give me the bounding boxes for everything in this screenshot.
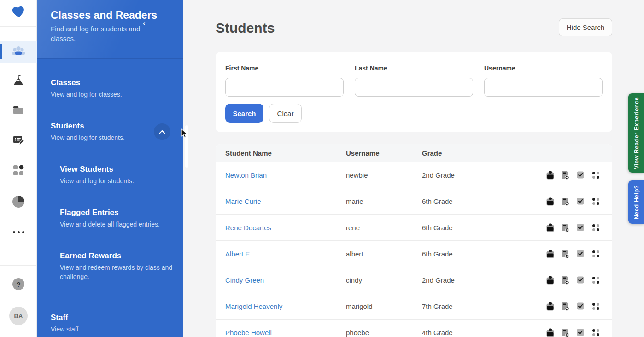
view-reader-experience-tab[interactable]: View Reader Experience bbox=[628, 93, 644, 173]
backpack-icon[interactable] bbox=[546, 328, 554, 337]
nav-section-label: Flagged Entries bbox=[60, 208, 160, 217]
reader-dots-icon[interactable] bbox=[591, 328, 600, 337]
more-ellipsis-icon bbox=[13, 231, 24, 233]
view-reader-experience-label: View Reader Experience bbox=[633, 97, 640, 169]
question-mark-icon: ? bbox=[12, 278, 24, 290]
nav-section-earned-rewards[interactable]: Earned Rewards View and redeem rewards b… bbox=[60, 251, 175, 281]
student-name-link[interactable]: Marigold Heavenly bbox=[225, 302, 346, 310]
table-row: Cindy Green cindy 2nd Grade bbox=[216, 267, 612, 293]
add-log-icon[interactable] bbox=[561, 328, 569, 337]
add-log-icon[interactable] bbox=[561, 302, 569, 311]
checkbox-check-icon[interactable] bbox=[576, 197, 585, 206]
pie-chart-icon bbox=[12, 196, 24, 208]
chevron-up-icon bbox=[159, 128, 165, 136]
last-name-label: Last Name bbox=[355, 64, 473, 72]
student-grade: 7th Grade bbox=[422, 302, 546, 310]
nav-section-students[interactable]: Students View and log for students. bbox=[51, 122, 125, 142]
nav-section-desc: View staff. bbox=[51, 325, 80, 334]
panel-scrollbar-thumb[interactable] bbox=[185, 125, 188, 168]
nav-section-desc: View and log for students. bbox=[51, 133, 125, 142]
student-username: marie bbox=[346, 198, 422, 205]
nav-section-staff[interactable]: Staff View staff. bbox=[51, 313, 80, 334]
rail-item-classes-and-readers[interactable] bbox=[0, 41, 37, 63]
search-button[interactable]: Search bbox=[225, 104, 263, 123]
hide-search-button[interactable]: Hide Search bbox=[559, 18, 612, 36]
chevron-left-icon: ‹ bbox=[143, 19, 145, 28]
checkbox-check-icon[interactable] bbox=[576, 171, 585, 180]
nav-section-classes[interactable]: Classes View and log for classes. bbox=[51, 78, 122, 99]
student-grade: 2nd Grade bbox=[422, 171, 546, 179]
table-body: Newton Brian newbie 2nd Grade bbox=[216, 162, 612, 337]
rail-item-help[interactable]: ? bbox=[0, 273, 37, 295]
student-name-link[interactable]: Rene Decartes bbox=[225, 224, 346, 232]
row-actions bbox=[546, 328, 600, 337]
reader-dots-icon[interactable] bbox=[591, 223, 600, 232]
student-grade: 6th Grade bbox=[422, 198, 546, 205]
heart-logo-icon bbox=[12, 6, 25, 21]
backpack-icon[interactable] bbox=[546, 302, 554, 311]
checkbox-check-icon[interactable] bbox=[576, 223, 585, 232]
student-grade: 4th Grade bbox=[422, 329, 546, 337]
table-row: Marigold Heavenly marigold 7th Grade bbox=[216, 293, 612, 320]
reader-dots-icon[interactable] bbox=[591, 171, 600, 180]
checkbox-check-icon[interactable] bbox=[576, 302, 585, 311]
backpack-icon[interactable] bbox=[546, 171, 554, 180]
rail-item-challenges-grid[interactable] bbox=[0, 160, 37, 182]
user-avatar[interactable]: BA bbox=[9, 307, 28, 325]
student-name-link[interactable]: Newton Brian bbox=[225, 171, 346, 179]
collapse-students-button[interactable] bbox=[154, 123, 170, 140]
reader-dots-icon[interactable] bbox=[591, 276, 600, 285]
add-log-icon[interactable] bbox=[561, 223, 569, 232]
add-log-icon[interactable] bbox=[561, 171, 569, 180]
checkbox-check-icon[interactable] bbox=[576, 250, 585, 258]
student-grade: 6th Grade bbox=[422, 224, 546, 232]
checkbox-check-icon[interactable] bbox=[576, 328, 585, 337]
nav-section-view-students[interactable]: View Students View and log for students. bbox=[60, 165, 134, 186]
row-actions bbox=[546, 302, 600, 311]
reader-dots-icon[interactable] bbox=[591, 250, 600, 258]
backpack-icon[interactable] bbox=[546, 223, 554, 232]
need-help-tab[interactable]: Need Help? bbox=[628, 180, 644, 224]
backpack-icon[interactable] bbox=[546, 250, 554, 258]
rail-item-more[interactable] bbox=[0, 221, 37, 243]
last-name-input[interactable] bbox=[355, 78, 473, 97]
nav-section-flagged-entries[interactable]: Flagged Entries View and delete all flag… bbox=[60, 208, 160, 229]
collapse-panel-button[interactable]: ‹ bbox=[139, 18, 149, 29]
add-log-icon[interactable] bbox=[561, 197, 569, 206]
rail-item-reports[interactable] bbox=[0, 191, 37, 213]
row-actions bbox=[546, 171, 600, 180]
backpack-icon[interactable] bbox=[546, 197, 554, 206]
brand-logo[interactable] bbox=[0, 3, 37, 24]
first-name-input[interactable] bbox=[225, 78, 344, 97]
table-row: Rene Decartes rene 6th Grade bbox=[216, 215, 612, 241]
rail-item-collections[interactable] bbox=[0, 100, 37, 122]
app: ? BA Classes and Readers Find and log fo… bbox=[0, 0, 644, 337]
student-grade: 6th Grade bbox=[422, 250, 546, 258]
rail-item-reading-log[interactable] bbox=[0, 130, 37, 152]
checkbox-check-icon[interactable] bbox=[576, 276, 585, 285]
add-log-icon[interactable] bbox=[561, 276, 569, 285]
row-actions bbox=[546, 276, 600, 285]
student-name-link[interactable]: Phoebe Howell bbox=[225, 329, 346, 337]
add-log-icon[interactable] bbox=[561, 250, 569, 258]
rail-divider bbox=[0, 265, 37, 266]
table-row: Phoebe Howell phoebe 4th Grade bbox=[216, 320, 612, 337]
student-username: phoebe bbox=[346, 329, 422, 337]
student-name-link[interactable]: Marie Curie bbox=[225, 198, 346, 205]
nav-section-desc: View and delete all flagged entries. bbox=[60, 220, 160, 229]
username-input[interactable] bbox=[484, 78, 603, 97]
reader-dots-icon[interactable] bbox=[591, 197, 600, 206]
last-name-field: Last Name bbox=[355, 64, 473, 97]
table-header-row: Student Name Username Grade bbox=[216, 144, 612, 162]
rail-item-challenges[interactable] bbox=[0, 70, 37, 92]
students-table: Student Name Username Grade Newton Brian… bbox=[216, 144, 612, 337]
page-title: Students bbox=[216, 20, 275, 36]
student-name-link[interactable]: Cindy Green bbox=[225, 276, 346, 284]
student-username: newbie bbox=[346, 171, 422, 179]
row-actions bbox=[546, 250, 600, 258]
student-name-link[interactable]: Albert E bbox=[225, 250, 346, 258]
apps-grid-icon bbox=[13, 165, 24, 178]
backpack-icon[interactable] bbox=[546, 276, 554, 285]
reader-dots-icon[interactable] bbox=[591, 302, 600, 311]
clear-button[interactable]: Clear bbox=[269, 104, 302, 123]
